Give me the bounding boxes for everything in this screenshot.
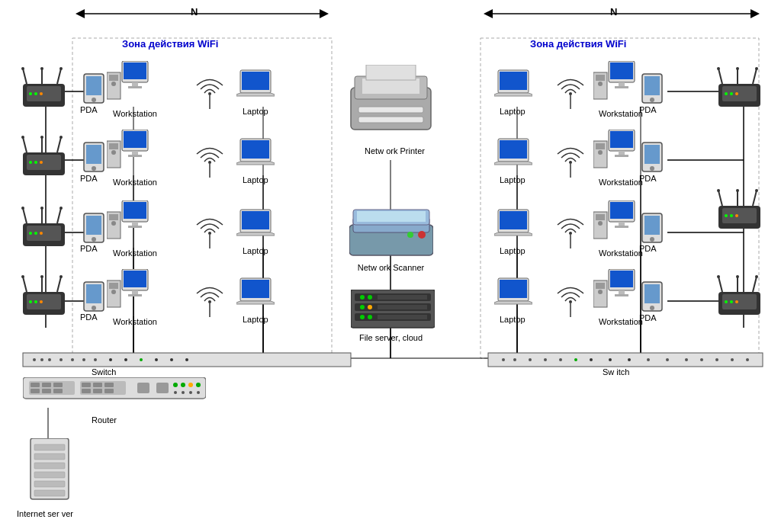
left-router-1-icon <box>19 65 72 111</box>
switch-right-label: Sw itch <box>603 367 629 377</box>
svg-rect-131 <box>124 131 146 148</box>
svg-point-62 <box>628 358 631 361</box>
svg-rect-172 <box>362 79 419 94</box>
svg-rect-192 <box>378 295 427 300</box>
network-scanner-icon <box>349 206 433 259</box>
svg-point-113 <box>40 300 43 303</box>
svg-point-101 <box>34 232 37 235</box>
svg-line-83 <box>23 137 27 152</box>
svg-point-110 <box>59 275 63 278</box>
network-printer-icon <box>347 65 435 141</box>
svg-point-301 <box>755 189 758 192</box>
svg-point-55 <box>513 358 516 361</box>
right-router-3-icon <box>715 273 768 319</box>
svg-point-47 <box>109 358 112 361</box>
internet-server-label: Internet ser ver <box>17 509 73 518</box>
svg-point-119 <box>111 82 116 86</box>
svg-rect-199 <box>53 383 63 387</box>
svg-point-116 <box>92 98 96 102</box>
right-pda-2-label: PDA <box>639 174 657 183</box>
svg-point-97 <box>21 207 24 210</box>
svg-rect-142 <box>132 222 138 226</box>
left-pda-2-label: PDA <box>80 174 98 183</box>
svg-rect-209 <box>104 389 114 393</box>
svg-rect-248 <box>619 82 625 86</box>
svg-point-161 <box>208 300 211 303</box>
left-zone-label: Зона действия WiFi <box>122 38 218 50</box>
svg-point-186 <box>360 295 365 300</box>
svg-rect-175 <box>366 65 416 80</box>
right-router-1-icon <box>715 65 768 111</box>
svg-point-245 <box>598 82 603 86</box>
main-router-icon <box>23 377 206 400</box>
svg-point-215 <box>196 383 201 387</box>
svg-line-309 <box>753 277 757 292</box>
svg-rect-259 <box>615 155 628 157</box>
svg-rect-122 <box>132 82 138 86</box>
svg-point-126 <box>92 166 96 171</box>
left-pda-4-label: PDA <box>80 312 98 322</box>
right-laptop-4-icon <box>494 277 532 315</box>
svg-rect-197 <box>31 383 40 387</box>
svg-rect-236 <box>500 72 527 90</box>
left-ws-3-icon <box>107 200 149 246</box>
svg-point-292 <box>730 92 733 95</box>
svg-point-79 <box>34 92 37 95</box>
svg-point-149 <box>111 290 116 294</box>
left-wifi-4-icon <box>193 280 227 319</box>
right-ws-3-label: Workstation <box>599 248 643 258</box>
left-pda-1-icon <box>82 72 105 107</box>
right-laptop-2-label: Laptop <box>500 175 525 184</box>
left-laptop-2-icon <box>236 137 275 175</box>
right-pda-1-label: PDA <box>639 105 657 114</box>
svg-rect-115 <box>86 76 101 95</box>
svg-point-275 <box>598 290 603 294</box>
svg-point-88 <box>59 136 63 139</box>
left-laptop-1-label: Laptop <box>243 107 268 116</box>
svg-rect-226 <box>34 490 65 496</box>
svg-rect-132 <box>132 151 138 155</box>
svg-point-89 <box>29 161 32 164</box>
file-server-icon <box>351 290 435 332</box>
svg-point-252 <box>650 98 654 102</box>
svg-rect-153 <box>128 294 142 296</box>
svg-point-61 <box>609 358 612 361</box>
right-ws-1-label: Workstation <box>599 109 643 118</box>
svg-rect-242 <box>500 280 527 298</box>
left-wifi-2-icon <box>193 141 227 179</box>
left-laptop-3-icon <box>236 208 275 246</box>
svg-point-40 <box>33 358 36 361</box>
svg-point-64 <box>666 358 669 361</box>
svg-rect-269 <box>615 226 628 228</box>
svg-point-99 <box>59 207 63 210</box>
left-wifi-3-icon <box>193 212 227 250</box>
left-pda-3-icon <box>82 212 105 246</box>
right-ws-4-label: Workstation <box>599 317 643 326</box>
svg-rect-208 <box>93 389 102 393</box>
svg-line-285 <box>718 69 722 84</box>
svg-rect-261 <box>644 145 660 164</box>
svg-rect-148 <box>109 283 118 289</box>
left-pda-2-icon <box>82 141 105 175</box>
right-router-2-icon <box>715 187 768 232</box>
svg-point-262 <box>650 166 654 171</box>
svg-point-45 <box>82 358 85 361</box>
svg-point-69 <box>746 358 749 361</box>
left-ws-2-label: Workstation <box>113 178 157 187</box>
right-pda-4-label: PDA <box>639 313 657 322</box>
left-ws-4-label: Workstation <box>113 317 157 326</box>
right-laptop-1-label: Laptop <box>500 107 525 116</box>
svg-rect-123 <box>128 86 142 88</box>
svg-point-255 <box>598 150 603 155</box>
svg-point-190 <box>360 315 365 319</box>
svg-point-108 <box>21 275 24 278</box>
svg-point-217 <box>182 391 185 394</box>
svg-point-212 <box>173 383 178 387</box>
svg-point-188 <box>360 305 365 309</box>
svg-rect-152 <box>132 290 138 294</box>
svg-rect-169 <box>242 280 269 298</box>
svg-point-213 <box>181 383 185 387</box>
right-wifi-1-icon <box>554 72 588 111</box>
left-wifi-1-icon <box>193 72 227 111</box>
right-ws-3-icon <box>593 200 635 246</box>
